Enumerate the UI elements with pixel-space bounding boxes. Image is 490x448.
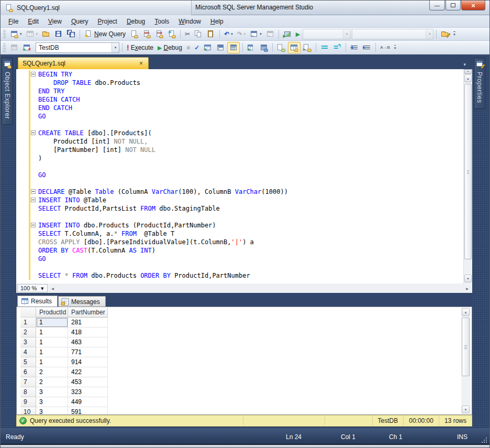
menu-item-project[interactable]: Project	[93, 16, 122, 27]
redo-button[interactable]: ↷▾	[236, 29, 248, 39]
uncomment-button[interactable]: ↰	[331, 42, 343, 53]
fold-collapse-icon[interactable]	[31, 72, 36, 77]
menu-item-window[interactable]: Window	[174, 16, 206, 27]
grid-cell[interactable]: 422	[68, 367, 108, 377]
grid-cell[interactable]: 1	[36, 327, 68, 337]
scroll-left-icon[interactable]: ◀	[49, 285, 57, 292]
menu-item-tools[interactable]: Tools	[150, 16, 174, 27]
sql-editor[interactable]: BEGIN TRY DROP TABLE dbo.ProductsEND TRY…	[16, 69, 472, 283]
grid-cell[interactable]: 2	[36, 367, 68, 377]
code-area[interactable]: BEGIN TRY DROP TABLE dbo.ProductsEND TRY…	[16, 70, 463, 280]
dmx-query-button[interactable]: DM	[153, 29, 165, 39]
minimize-button[interactable]: —	[429, 1, 445, 10]
grid-cell[interactable]: 3	[36, 407, 68, 415]
paste-button[interactable]	[205, 29, 217, 39]
fold-collapse-icon[interactable]	[31, 223, 36, 227]
editor-vertical-scrollbar[interactable]: ═ ▲ ▼	[463, 69, 472, 283]
debug-button[interactable]: ▶Debug	[156, 43, 184, 52]
menu-item-view[interactable]: View	[43, 16, 66, 27]
open-file-button[interactable]	[40, 29, 52, 39]
menu-item-query[interactable]: Query	[66, 16, 93, 27]
scroll-up-button[interactable]: ▲	[464, 74, 472, 82]
editor-splitter-handle[interactable]: ═	[464, 69, 472, 74]
query-options-button[interactable]	[215, 42, 226, 53]
column-header-productid[interactable]: ProductId	[36, 308, 68, 318]
new-query-window-button[interactable]: ▾	[8, 29, 24, 39]
increase-indent-button[interactable]: ▸	[361, 42, 373, 53]
column-header-partnumber[interactable]: PartNumber	[68, 308, 108, 318]
row-number-cell[interactable]: 8	[20, 387, 36, 397]
save-all-button[interactable]	[65, 29, 77, 39]
grid-cell[interactable]: 1	[36, 318, 68, 327]
results-to-grid-button[interactable]	[288, 42, 300, 53]
save-button[interactable]	[53, 29, 64, 39]
parse-button[interactable]: ✓	[193, 43, 201, 52]
cut-button[interactable]: ✂	[183, 29, 192, 39]
scroll-down-button[interactable]: ▼	[464, 275, 472, 282]
grid-cell[interactable]: 449	[68, 397, 108, 407]
row-number-cell[interactable]: 1	[20, 318, 36, 327]
menu-item-edit[interactable]: Edit	[23, 16, 43, 27]
tab-results[interactable]: Results	[17, 296, 58, 307]
results-to-text-button[interactable]	[275, 42, 287, 53]
add-item-button[interactable]: ▾	[25, 29, 40, 39]
client-statistics-button[interactable]	[258, 42, 270, 53]
maximize-button[interactable]	[446, 1, 461, 10]
mdx-query-button[interactable]: MD	[141, 29, 152, 39]
connect-button[interactable]	[8, 42, 20, 53]
toolbar-overflow-button[interactable]: ▾	[393, 44, 398, 51]
row-number-cell[interactable]: 4	[20, 347, 36, 357]
start-button[interactable]: ▶	[294, 29, 302, 39]
copy-button[interactable]	[193, 29, 204, 39]
grid-cell[interactable]: 1	[36, 347, 68, 357]
execute-button[interactable]: !Execute	[125, 43, 155, 52]
grid-corner-cell[interactable]	[20, 308, 36, 318]
new-query-button[interactable]: ✦New Query	[83, 29, 127, 39]
tab-close-icon[interactable]: ×	[138, 60, 144, 67]
row-number-cell[interactable]: 2	[20, 327, 36, 337]
grid-cell[interactable]: 463	[68, 337, 108, 347]
properties-tab[interactable]: Properties	[474, 58, 485, 109]
tab-list-dropdown-icon[interactable]: ▾	[463, 62, 466, 67]
document-title-area[interactable]: SQLQuery1.sql	[1, 1, 192, 15]
grid-cell[interactable]: 771	[68, 347, 108, 357]
results-scroll-thumb[interactable]	[462, 318, 470, 376]
navigate-forward-button[interactable]: →	[264, 29, 276, 39]
editor-horizontal-scrollbar[interactable]: ◀ ▶	[49, 284, 471, 292]
editor-scroll-thumb[interactable]	[464, 84, 472, 259]
object-explorer-tab[interactable]: Object Explorer	[2, 58, 13, 125]
activity-monitor-button[interactable]: ▸	[282, 29, 293, 39]
grid-cell[interactable]: 914	[68, 357, 108, 367]
xmla-query-button[interactable]: ✦	[166, 29, 177, 39]
toolbar-combobox-1[interactable]: ▾	[303, 29, 351, 39]
comment-button[interactable]	[319, 42, 330, 53]
grid-cell[interactable]: 281	[68, 318, 108, 327]
grid-cell[interactable]: 2	[36, 377, 68, 387]
results-to-file-button[interactable]: ▸	[302, 42, 313, 53]
specify-values-button[interactable]: A→B	[378, 44, 392, 51]
decrease-indent-button[interactable]: ◂	[349, 42, 360, 53]
navigate-backward-button[interactable]: ←▾	[248, 29, 263, 39]
fold-collapse-icon[interactable]	[31, 189, 36, 194]
scroll-up-button[interactable]: ▲	[462, 308, 470, 316]
toolbar-overflow-button[interactable]: ▾	[452, 30, 457, 38]
fold-collapse-icon[interactable]	[31, 130, 36, 135]
database-combobox[interactable]: TestDB▾	[36, 42, 119, 53]
resize-grip[interactable]	[486, 442, 487, 443]
toolbar-grip[interactable]	[3, 30, 6, 38]
row-number-cell[interactable]: 10	[20, 407, 36, 415]
row-number-cell[interactable]: 7	[20, 377, 36, 387]
database-engine-query-button[interactable]	[128, 29, 140, 39]
zoom-combobox[interactable]: 100 % ▾	[17, 284, 48, 292]
grid-cell[interactable]: 323	[68, 387, 108, 397]
intellisense-enabled-button[interactable]: +	[246, 42, 257, 53]
grid-cell[interactable]: 453	[68, 377, 108, 387]
row-number-cell[interactable]: 3	[20, 337, 36, 347]
document-tab[interactable]: SQLQuery1.sql ×	[18, 57, 149, 69]
toolbar-grip[interactable]	[3, 43, 6, 52]
menu-item-debug[interactable]: Debug	[122, 16, 150, 27]
change-connection-button[interactable]: +×	[21, 42, 32, 53]
grid-cell[interactable]: 3	[36, 397, 68, 407]
grid-cell[interactable]: 591	[68, 407, 108, 415]
fold-collapse-icon[interactable]	[31, 198, 36, 202]
